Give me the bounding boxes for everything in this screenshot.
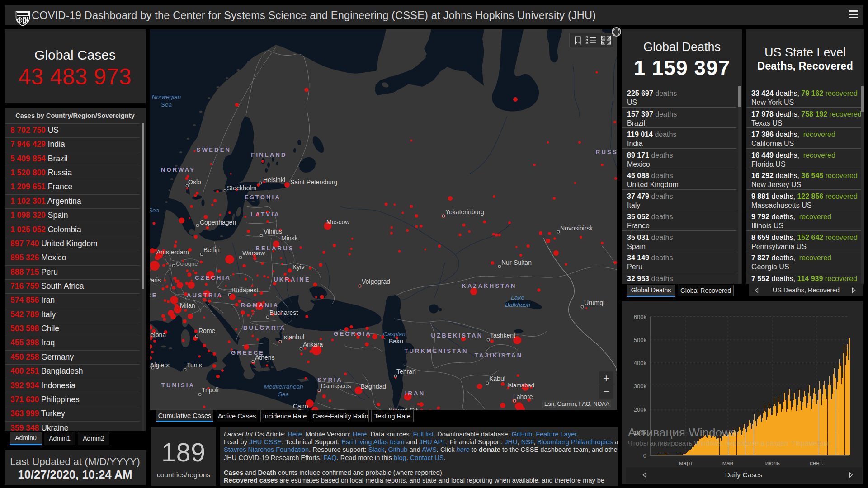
svg-text:Cairo: Cairo	[293, 403, 308, 410]
svg-text:Amsterdam: Amsterdam	[156, 249, 189, 256]
svg-text:март: март	[679, 460, 693, 466]
svg-text:Cologne: Cologne	[176, 260, 198, 267]
svg-text:SWEDEN: SWEDEN	[197, 146, 231, 153]
svg-text:Moscow: Moscow	[326, 218, 350, 225]
svg-text:TUNISIA: TUNISIA	[161, 382, 195, 389]
svg-text:Vilnius: Vilnius	[264, 228, 282, 235]
svg-text:Balkhash: Balkhash	[505, 301, 530, 308]
svg-text:май: май	[722, 460, 733, 466]
svg-text:UZBEKISTAN: UZBEKISTAN	[431, 332, 483, 339]
svg-text:Warsaw: Warsaw	[242, 249, 265, 257]
svg-text:AUSTRIA: AUSTRIA	[187, 292, 223, 299]
svg-text:Algiers: Algiers	[150, 361, 170, 369]
svg-text:FINLAND: FINLAND	[251, 151, 287, 158]
svg-text:BULGARIA: BULGARIA	[243, 324, 286, 331]
svg-text:NORWAY: NORWAY	[161, 166, 195, 173]
svg-text:200k: 200k	[634, 406, 647, 413]
svg-text:Paris: Paris	[150, 277, 161, 284]
svg-text:Sea: Sea	[161, 101, 172, 108]
svg-text:Rome: Rome	[198, 327, 216, 334]
svg-text:Athens: Athens	[255, 354, 275, 361]
svg-text:Lahore: Lahore	[513, 393, 533, 400]
svg-text:Novosibirsk: Novosibirsk	[560, 225, 593, 232]
svg-text:Yekaterinburg: Yekaterinburg	[445, 208, 484, 216]
svg-text:Barcelona: Barcelona	[150, 331, 166, 338]
svg-text:KAZAKHSTAN: KAZAKHSTAN	[462, 282, 516, 289]
svg-text:Stockholm: Stockholm	[227, 184, 256, 192]
svg-text:FRANCE: FRANCE	[150, 292, 158, 299]
svg-text:400k: 400k	[634, 360, 647, 366]
svg-text:Kyiv: Kyiv	[292, 263, 304, 271]
svg-text:июль: июль	[765, 460, 780, 466]
svg-text:Oslo: Oslo	[188, 178, 201, 186]
svg-text:ESTONIA: ESTONIA	[245, 194, 281, 201]
svg-text:Lake: Lake	[511, 294, 524, 301]
svg-text:Urumqi: Urumqi	[584, 299, 604, 306]
svg-text:Sea: Sea	[278, 391, 289, 398]
svg-text:600k: 600k	[634, 314, 647, 320]
svg-text:TURKMENISTAN: TURKMENISTAN	[404, 347, 468, 354]
svg-text:Norwegian: Norwegian	[152, 94, 181, 100]
svg-text:Damascus: Damascus	[321, 382, 351, 389]
svg-text:RUSSIA: RUSSIA	[596, 149, 617, 155]
svg-text:Mediterranean: Mediterranean	[264, 383, 303, 390]
svg-text:UKRAINE: UKRAINE	[274, 276, 311, 283]
svg-text:IRAN: IRAN	[405, 390, 425, 397]
svg-text:TAJIKISTAN: TAJIKISTAN	[475, 352, 523, 359]
svg-text:Baku: Baku	[389, 338, 403, 345]
svg-text:Helsinki: Helsinki	[263, 176, 285, 183]
svg-text:Bucharest: Bucharest	[269, 309, 298, 316]
svg-text:Saint Petersburg: Saint Petersburg	[290, 178, 337, 186]
svg-text:0: 0	[643, 452, 646, 459]
svg-text:Kabul: Kabul	[489, 375, 505, 382]
svg-text:CZECHIA: CZECHIA	[195, 274, 231, 281]
svg-text:Tripoli: Tripoli	[202, 386, 219, 394]
svg-text:LATVIA: LATVIA	[250, 211, 280, 218]
svg-text:300k: 300k	[634, 383, 647, 389]
svg-text:Minsk: Minsk	[281, 235, 298, 242]
svg-text:Tashkent: Tashkent	[490, 332, 515, 339]
svg-text:Milan: Milan	[180, 302, 195, 309]
svg-text:Berlin: Berlin	[203, 246, 220, 253]
svg-text:Sea: Sea	[150, 207, 159, 214]
svg-text:Copenhagen: Copenhagen	[200, 219, 236, 226]
svg-text:Nur-Sultan: Nur-Sultan	[501, 259, 532, 266]
svg-text:GEORGIA: GEORGIA	[334, 330, 372, 337]
svg-text:ROMANIA: ROMANIA	[241, 302, 279, 309]
svg-text:Tunis: Tunis	[187, 361, 202, 369]
svg-text:Tehran: Tehran	[396, 368, 416, 375]
svg-text:Islamabad: Islamabad	[507, 382, 534, 389]
svg-text:Kuwait City: Kuwait City	[389, 407, 420, 410]
svg-text:сент.: сент.	[810, 460, 823, 466]
svg-text:Istanbul: Istanbul	[282, 333, 304, 341]
svg-text:Volgograd: Volgograd	[362, 278, 390, 285]
svg-text:Budapest: Budapest	[231, 286, 258, 294]
svg-text:Caspian: Caspian	[383, 331, 406, 338]
svg-text:500k: 500k	[634, 337, 647, 343]
svg-text:Baghdad: Baghdad	[361, 383, 386, 390]
svg-text:Ankara: Ankara	[303, 341, 323, 348]
